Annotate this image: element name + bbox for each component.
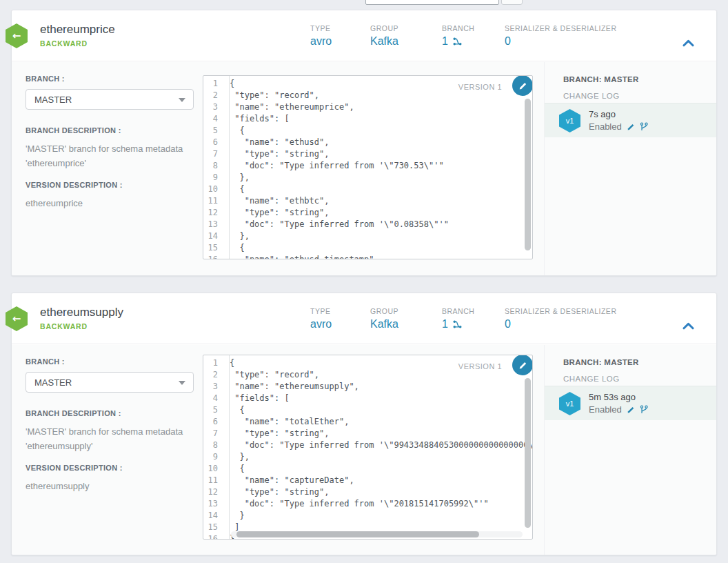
code-line: 10 { [203,184,532,195]
code-line: 8 "doc": "Type inferred from '\"99433488… [203,439,532,451]
meta-serdes: SERIALIZER & DESERIALIZER 0 [505,307,616,330]
meta-group: GROUP Kafka [370,307,398,330]
meta-value: Kafka [370,35,398,48]
line-number: 2 [203,369,223,381]
compatibility-label: BACKWARD [40,322,123,330]
branch-fork-icon[interactable] [452,37,463,46]
branch-select[interactable]: MASTER [26,372,194,393]
horizontal-scrollbar-thumb[interactable] [236,531,479,537]
meta-label: SERIALIZER & DESERIALIZER [505,307,616,315]
branch-description: 'MASTER' branch for schema metadata 'eth… [26,141,196,170]
line-number: 2 [203,90,223,101]
edit-schema-button[interactable] [512,75,533,96]
code-line: 6 "name": "totalEther", [203,416,532,428]
meta-value: 1 [442,318,474,330]
code-line: 14 } [203,510,532,522]
branch-field-label: BRANCH : [26,75,196,83]
vertical-scrollbar[interactable] [525,99,531,250]
code-line: 16 "name": "ethusd_timestamp" [203,254,532,259]
code-line: 10 { [203,463,532,475]
code-text: { [223,78,234,90]
version-description: ethereumprice [26,196,196,210]
card-body: BRANCH : MASTER BRANCH DESCRIPTION : 'MA… [12,345,716,555]
changelog-version-row[interactable]: v1 7s ago Enabled [545,103,716,137]
code-line: 4 "fields": [ [203,113,532,125]
line-number: 16 [203,254,223,259]
code-text: "type": "record", [223,90,319,101]
changelog-version-row[interactable]: v1 5m 53s ago Enabled [545,386,716,420]
code-line: 13 "doc": "Type inferred from '\"0.08358… [203,219,532,230]
meta-label: BRANCH [442,307,474,315]
schema-code-editor[interactable]: VERSION 1 1{2 "type": "record",3 "name":… [203,75,533,259]
code-lines: 1{2 "type": "record",3 "name": "ethereum… [203,357,532,540]
line-number: 3 [203,101,223,113]
meta-value: 1 [442,35,474,48]
code-text: "name": "ethereumsupply", [223,381,359,393]
schema-title: ethereumsupply [40,306,123,319]
schema-title: ethereumprice [40,23,115,37]
code-text: "fields": [ [223,113,290,125]
branch-description-label: BRANCH DESCRIPTION : [26,126,196,135]
code-text: }, [223,172,250,184]
line-number: 12 [203,486,223,498]
meta-label: BRANCH [442,24,474,32]
meta-value: 0 [505,318,616,330]
changelog-panel: BRANCH: MASTER CHANGE LOG v1 7s ago Enab… [544,62,716,275]
fork-version-icon[interactable] [640,405,648,414]
branch-heading: BRANCH: MASTER [563,358,716,366]
compatibility-label: BACKWARD [40,39,115,48]
line-number: 11 [203,195,223,207]
chevron-down-icon [179,381,185,385]
code-line: 13 "doc": "Type inferred from '\"2018151… [203,498,532,510]
edit-schema-button[interactable] [512,355,533,375]
schema-card-ethereumsupply: ← ethereumsupply BACKWARD TYPE avro GROU… [11,293,717,555]
edit-version-icon[interactable] [627,123,635,131]
code-text: { [223,184,245,195]
code-line: 8 "doc": "Type inferred from '\"730.53\"… [203,160,532,172]
version-badge: v1 [559,109,580,132]
code-line: 9 }, [203,451,532,463]
branch-panel: BRANCH : MASTER BRANCH DESCRIPTION : 'MA… [26,75,196,210]
code-line: 2 "type": "record", [203,90,532,101]
code-text: "name": "totalEther", [223,416,349,428]
code-text: "fields": [ [223,393,290,404]
edit-version-icon[interactable] [627,406,635,414]
changelog-heading: CHANGE LOG [563,375,716,383]
collapse-chevron-icon[interactable] [682,320,694,333]
version-description-label: VERSION DESCRIPTION : [26,464,196,472]
schema-code-editor[interactable]: VERSION 1 1{2 "type": "record",3 "name":… [203,355,533,540]
code-line: 3 "name": "ethereumprice", [203,101,532,113]
code-text: "type": "string", [223,428,330,439]
code-line: 7 "type": "string", [203,148,532,160]
version-badge: v1 [559,392,580,415]
code-line: 11 "name": "ethbtc", [203,195,532,207]
line-number: 7 [203,148,223,160]
version-info: 5m 53s ago Enabled [589,392,648,415]
branch-heading: BRANCH: MASTER [563,75,716,83]
meta-value: avro [310,318,332,330]
version-info: 7s ago Enabled [589,109,648,132]
line-number: 14 [203,510,223,522]
meta-group: GROUP Kafka [370,24,398,48]
code-text: { [223,125,245,137]
code-line: 7 "type": "string", [203,428,532,439]
branch-field-label: BRANCH : [26,357,196,366]
top-search-button[interactable] [501,0,523,5]
backward-arrow-icon: ← [6,23,28,48]
line-number: 10 [203,184,223,195]
vertical-scrollbar[interactable] [525,378,531,528]
meta-value: Kafka [370,318,398,330]
code-text: { [223,463,245,475]
horizontal-scrollbar-track[interactable] [231,531,523,537]
branch-select[interactable]: MASTER [26,89,194,110]
code-text: "type": "record", [223,369,319,381]
top-search-input[interactable] [365,0,499,5]
code-text: "name": "ethereumprice", [223,101,354,113]
version-description-label: VERSION DESCRIPTION : [26,181,196,189]
branch-fork-icon[interactable] [452,319,463,329]
meta-label: SERIALIZER & DESERIALIZER [505,24,616,32]
collapse-chevron-icon[interactable] [682,37,694,50]
code-text: { [223,404,245,416]
code-text: "doc": "Type inferred from '\"0.08358\"'… [223,219,449,230]
fork-version-icon[interactable] [640,122,648,131]
